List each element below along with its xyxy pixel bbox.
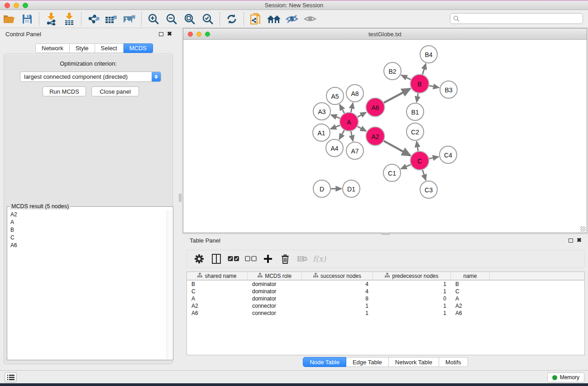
graph-node-A2[interactable]: A2 xyxy=(366,127,385,146)
delete-column-trash-icon[interactable] xyxy=(278,252,292,266)
zoom-selected-icon[interactable] xyxy=(200,12,215,26)
table-cell[interactable]: A6 xyxy=(187,310,248,316)
graph-node-A3[interactable]: A3 xyxy=(313,103,330,120)
graph-node-A[interactable]: A xyxy=(340,113,359,131)
table-row[interactable]: A6connector11A6 xyxy=(187,310,584,317)
run-mcds-button[interactable]: Run MCDS xyxy=(43,86,86,96)
zoom-out-icon[interactable] xyxy=(164,12,179,26)
table-cell[interactable]: connector xyxy=(248,303,302,309)
zoom-in-icon[interactable] xyxy=(146,12,161,26)
table-cell[interactable]: 4 xyxy=(302,281,373,287)
table-cell[interactable]: 1 xyxy=(373,310,451,316)
table-row[interactable]: A2connector11A2 xyxy=(187,302,584,310)
table-cell[interactable]: 1 xyxy=(302,303,373,309)
column-header-MCDS-role[interactable]: MCDS role xyxy=(248,272,302,280)
import-table-icon[interactable] xyxy=(62,12,77,26)
table-cell[interactable]: 1 xyxy=(302,310,373,316)
graph-node-B4[interactable]: B4 xyxy=(420,46,437,63)
network-canvas[interactable]: B4B2BB3A8A5A6A3B1AC2A1A2A4A7C4CC1DD1C3 xyxy=(183,40,587,233)
network-window-titlebar[interactable]: testGlobe.txt xyxy=(183,29,587,40)
table-cell[interactable]: A xyxy=(187,295,248,302)
graph-node-C1[interactable]: C1 xyxy=(383,164,401,181)
table-row[interactable]: Cdominator41C xyxy=(187,288,584,295)
close-table-panel-icon[interactable]: ✖ xyxy=(577,238,582,243)
select-all-icon[interactable] xyxy=(227,252,240,266)
table-cell[interactable]: A6 xyxy=(451,310,490,316)
graph-node-A7[interactable]: A7 xyxy=(346,142,363,159)
graph-node-A1[interactable]: A1 xyxy=(313,124,330,141)
import-network-icon[interactable] xyxy=(43,12,59,26)
zoom-fit-icon[interactable] xyxy=(182,12,197,26)
save-session-icon[interactable] xyxy=(19,12,35,26)
task-history-button[interactable] xyxy=(5,372,17,382)
export-image-icon[interactable] xyxy=(122,12,137,26)
deselect-all-icon[interactable] xyxy=(244,252,258,266)
table-cell[interactable]: 1 xyxy=(373,281,451,287)
graph-node-D[interactable]: D xyxy=(313,180,330,197)
table-cell[interactable]: 1 xyxy=(373,303,451,309)
tab-style[interactable]: Style xyxy=(70,43,95,53)
export-network-icon[interactable] xyxy=(86,12,101,26)
vertical-splitter-handle[interactable] xyxy=(179,194,182,202)
table-row[interactable]: Adominator80A xyxy=(187,295,584,302)
refresh-icon[interactable] xyxy=(224,12,239,26)
table-cell[interactable]: 8 xyxy=(302,295,373,302)
float-table-panel-icon[interactable] xyxy=(569,238,573,243)
table-cell[interactable]: connector xyxy=(248,310,302,316)
graph-node-A5[interactable]: A5 xyxy=(326,87,344,105)
memory-button[interactable]: Memory xyxy=(547,372,584,382)
hide-selected-eye-icon[interactable] xyxy=(284,12,300,26)
mcds-result-item[interactable]: A6 xyxy=(8,241,167,249)
table-options-gear-icon[interactable] xyxy=(192,252,206,266)
table-cell[interactable]: A2 xyxy=(187,303,248,309)
graph-node-A6[interactable]: A6 xyxy=(366,98,385,117)
graph-node-B1[interactable]: B1 xyxy=(406,103,424,120)
tab-network[interactable]: Network xyxy=(35,43,70,53)
graph-node-A8[interactable]: A8 xyxy=(346,85,363,102)
tab-motifs[interactable]: Motifs xyxy=(439,357,468,367)
table-cell[interactable]: 0 xyxy=(373,295,451,302)
close-panel-icon[interactable]: ✖ xyxy=(167,32,172,36)
graph-node-C[interactable]: C xyxy=(411,152,429,170)
graph-node-C3[interactable]: C3 xyxy=(420,181,437,198)
show-hidden-eye-icon[interactable] xyxy=(302,12,318,26)
tab-node-table[interactable]: Node Table xyxy=(303,357,346,367)
tab-select[interactable]: Select xyxy=(95,43,124,53)
search-input[interactable] xyxy=(450,13,583,24)
table-cell[interactable]: C xyxy=(451,288,490,295)
table-cell[interactable]: 1 xyxy=(373,288,451,295)
table-cell[interactable]: B xyxy=(187,281,248,287)
tab-network-table[interactable]: Network Table xyxy=(389,357,439,367)
table-row[interactable]: Bdominator41B xyxy=(187,281,584,288)
column-header-name[interactable]: name xyxy=(451,272,490,280)
graph-node-B3[interactable]: B3 xyxy=(440,81,457,98)
graph-node-A4[interactable]: A4 xyxy=(326,139,343,157)
column-header-predecessor-nodes[interactable]: predecessor nodes xyxy=(373,272,451,280)
open-session-icon[interactable] xyxy=(1,12,17,26)
table-cell[interactable]: dominator xyxy=(248,281,302,287)
table-cell[interactable]: B xyxy=(451,281,490,287)
home-icon[interactable] xyxy=(266,12,282,26)
mcds-result-item[interactable]: A2 xyxy=(8,210,167,218)
mcds-result-list[interactable]: A2ABCA6 xyxy=(8,210,167,359)
mcds-list-scrollbar[interactable] xyxy=(167,210,172,359)
criterion-dropdown[interactable]: largest connected component (directed) xyxy=(20,71,161,82)
mcds-result-item[interactable]: A xyxy=(8,218,167,226)
graph-node-C2[interactable]: C2 xyxy=(406,123,424,140)
window-resize-grip[interactable] xyxy=(580,226,586,232)
graph-node-B[interactable]: B xyxy=(411,75,429,93)
table-cell[interactable]: dominator xyxy=(248,295,302,302)
column-header-shared-name[interactable]: shared name xyxy=(187,272,248,280)
close-panel-button[interactable]: Close panel xyxy=(91,86,139,96)
graph-node-D1[interactable]: D1 xyxy=(343,180,360,197)
table-cell[interactable]: dominator xyxy=(248,288,302,295)
new-network-from-selection-icon[interactable] xyxy=(248,12,263,26)
table-cell[interactable]: 4 xyxy=(302,288,373,295)
add-column-icon[interactable] xyxy=(261,252,275,266)
table-cell[interactable]: C xyxy=(187,288,248,295)
column-header-successor-nodes[interactable]: successor nodes xyxy=(302,272,373,280)
float-panel-icon[interactable] xyxy=(159,32,163,36)
graph-node-C4[interactable]: C4 xyxy=(440,146,457,163)
table-cell[interactable]: A2 xyxy=(451,303,490,309)
graph-node-B2[interactable]: B2 xyxy=(384,62,401,80)
